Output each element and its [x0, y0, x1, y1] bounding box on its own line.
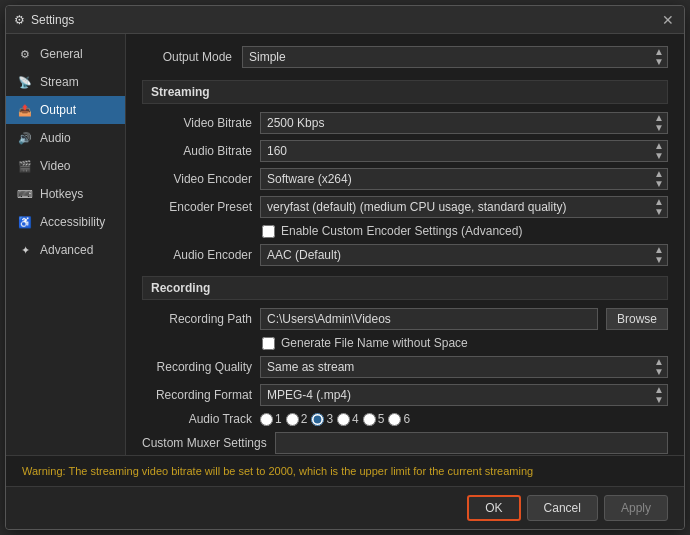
- recording-path-row: Recording Path C:\Users\Admin\Videos Bro…: [142, 308, 668, 330]
- sidebar-item-hotkeys[interactable]: ⌨ Hotkeys: [6, 180, 125, 208]
- sidebar-item-advanced[interactable]: ✦ Advanced: [6, 236, 125, 264]
- encoder-preset-row: Encoder Preset veryfast (default) (mediu…: [142, 196, 668, 218]
- audio-encoder-row: Audio Encoder AAC (Default) ▲▼: [142, 244, 668, 266]
- warning-text: Warning: The streaming video bitrate wil…: [22, 465, 533, 477]
- track-1-option: 1: [260, 412, 282, 426]
- generate-filename-checkbox[interactable]: [262, 337, 275, 350]
- track-5-radio[interactable]: [363, 413, 376, 426]
- ok-button[interactable]: OK: [467, 495, 520, 521]
- stream-icon: 📡: [18, 75, 32, 89]
- sidebar-label-stream: Stream: [40, 75, 79, 89]
- cancel-button[interactable]: Cancel: [527, 495, 598, 521]
- track-6-radio[interactable]: [388, 413, 401, 426]
- track-1-label: 1: [275, 412, 282, 426]
- gear-icon: [18, 47, 32, 61]
- audio-encoder-select-wrapper: AAC (Default) ▲▼: [260, 244, 668, 266]
- custom-encoder-checkbox[interactable]: [262, 225, 275, 238]
- settings-window: ⚙ Settings ✕ General 📡 Stream 📤 Output 🔊…: [5, 5, 685, 530]
- audio-bitrate-select[interactable]: 160: [260, 140, 668, 162]
- sidebar-item-accessibility[interactable]: ♿ Accessibility: [6, 208, 125, 236]
- track-2-radio[interactable]: [286, 413, 299, 426]
- output-mode-select[interactable]: Simple Advanced: [242, 46, 668, 68]
- recording-path-label: Recording Path: [142, 312, 252, 326]
- video-bitrate-select[interactable]: 2500 Kbps: [260, 112, 668, 134]
- sidebar-label-hotkeys: Hotkeys: [40, 187, 83, 201]
- track-3-label: 3: [326, 412, 333, 426]
- video-bitrate-label: Video Bitrate: [142, 116, 252, 130]
- sidebar-item-stream[interactable]: 📡 Stream: [6, 68, 125, 96]
- track-2-label: 2: [301, 412, 308, 426]
- sidebar: General 📡 Stream 📤 Output 🔊 Audio 🎬 Vide…: [6, 34, 126, 455]
- track-6-option: 6: [388, 412, 410, 426]
- output-mode-row: Output Mode Simple Advanced ▲▼: [142, 46, 668, 68]
- content-area: Output Mode Simple Advanced ▲▼ Streaming…: [126, 34, 684, 455]
- audio-track-row: Audio Track 1 2 3 4: [142, 412, 668, 426]
- sidebar-item-audio[interactable]: 🔊 Audio: [6, 124, 125, 152]
- audio-encoder-select[interactable]: AAC (Default): [260, 244, 668, 266]
- track-4-radio[interactable]: [337, 413, 350, 426]
- encoder-preset-label: Encoder Preset: [142, 200, 252, 214]
- custom-muxer-row: Custom Muxer Settings: [142, 432, 668, 454]
- title-bar: ⚙ Settings ✕: [6, 6, 684, 34]
- sidebar-item-general[interactable]: General: [6, 40, 125, 68]
- audio-bitrate-row: Audio Bitrate 160 ▲▼: [142, 140, 668, 162]
- audio-bitrate-label: Audio Bitrate: [142, 144, 252, 158]
- browse-button[interactable]: Browse: [606, 308, 668, 330]
- sidebar-label-output: Output: [40, 103, 76, 117]
- recording-path-input[interactable]: C:\Users\Admin\Videos: [260, 308, 598, 330]
- track-3-radio[interactable]: [311, 413, 324, 426]
- custom-encoder-row: Enable Custom Encoder Settings (Advanced…: [262, 224, 668, 238]
- track-5-label: 5: [378, 412, 385, 426]
- recording-format-select-wrapper: MPEG-4 (.mp4) ▲▼: [260, 384, 668, 406]
- sidebar-label-advanced: Advanced: [40, 243, 93, 257]
- video-encoder-row: Video Encoder Software (x264) ▲▼: [142, 168, 668, 190]
- audio-track-label: Audio Track: [142, 412, 252, 426]
- video-bitrate-row: Video Bitrate 2500 Kbps ▲▼: [142, 112, 668, 134]
- recording-quality-select[interactable]: Same as stream: [260, 356, 668, 378]
- track-1-radio[interactable]: [260, 413, 273, 426]
- track-6-label: 6: [403, 412, 410, 426]
- apply-button[interactable]: Apply: [604, 495, 668, 521]
- video-encoder-select[interactable]: Software (x264): [260, 168, 668, 190]
- recording-quality-select-wrapper: Same as stream ▲▼: [260, 356, 668, 378]
- sidebar-item-video[interactable]: 🎬 Video: [6, 152, 125, 180]
- video-encoder-label: Video Encoder: [142, 172, 252, 186]
- generate-filename-row: Generate File Name without Space: [262, 336, 668, 350]
- recording-section-header: Recording: [142, 276, 668, 300]
- output-mode-label: Output Mode: [142, 50, 232, 64]
- advanced-icon: ✦: [18, 243, 32, 257]
- recording-format-label: Recording Format: [142, 388, 252, 402]
- recording-quality-label: Recording Quality: [142, 360, 252, 374]
- main-content: General 📡 Stream 📤 Output 🔊 Audio 🎬 Vide…: [6, 34, 684, 455]
- hotkeys-icon: ⌨: [18, 187, 32, 201]
- video-icon: 🎬: [18, 159, 32, 173]
- track-4-option: 4: [337, 412, 359, 426]
- audio-encoder-label: Audio Encoder: [142, 248, 252, 262]
- track-5-option: 5: [363, 412, 385, 426]
- sidebar-label-video: Video: [40, 159, 70, 173]
- sidebar-label-general: General: [40, 47, 83, 61]
- bottom-bar: OK Cancel Apply: [6, 486, 684, 529]
- audio-icon: 🔊: [18, 131, 32, 145]
- warning-bar: Warning: The streaming video bitrate wil…: [6, 455, 684, 486]
- generate-filename-label: Generate File Name without Space: [281, 336, 468, 350]
- track-3-option: 3: [311, 412, 333, 426]
- video-bitrate-select-wrapper: 2500 Kbps ▲▼: [260, 112, 668, 134]
- recording-format-select[interactable]: MPEG-4 (.mp4): [260, 384, 668, 406]
- title-bar-left: ⚙ Settings: [14, 13, 74, 27]
- close-button[interactable]: ✕: [660, 12, 676, 28]
- output-icon: 📤: [18, 103, 32, 117]
- custom-encoder-label: Enable Custom Encoder Settings (Advanced…: [281, 224, 522, 238]
- video-encoder-select-wrapper: Software (x264) ▲▼: [260, 168, 668, 190]
- window-title: Settings: [31, 13, 74, 27]
- encoder-preset-select-wrapper: veryfast (default) (medium CPU usage, st…: [260, 196, 668, 218]
- custom-muxer-input[interactable]: [275, 432, 668, 454]
- streaming-section-header: Streaming: [142, 80, 668, 104]
- track-4-label: 4: [352, 412, 359, 426]
- audio-bitrate-select-wrapper: 160 ▲▼: [260, 140, 668, 162]
- sidebar-item-output[interactable]: 📤 Output: [6, 96, 125, 124]
- encoder-preset-select[interactable]: veryfast (default) (medium CPU usage, st…: [260, 196, 668, 218]
- recording-format-row: Recording Format MPEG-4 (.mp4) ▲▼: [142, 384, 668, 406]
- recording-quality-row: Recording Quality Same as stream ▲▼: [142, 356, 668, 378]
- output-mode-select-wrapper: Simple Advanced ▲▼: [242, 46, 668, 68]
